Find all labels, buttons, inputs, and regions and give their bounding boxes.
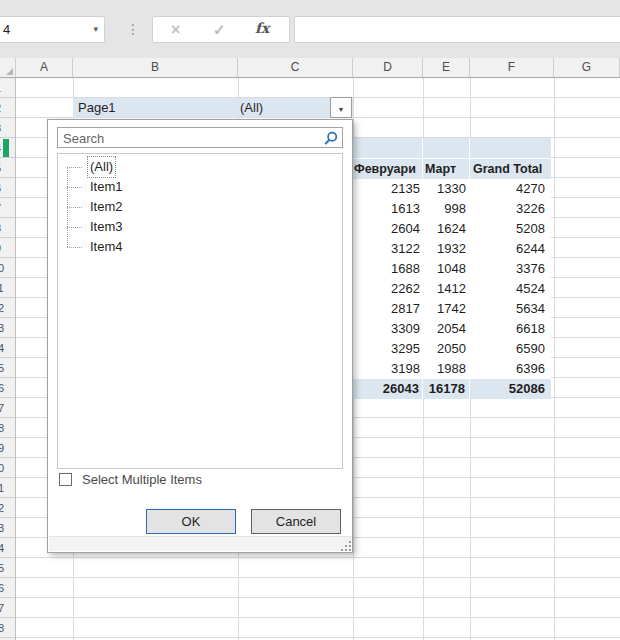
pivot-data-cell[interactable]: 1613 (352, 199, 423, 219)
pivot-header-cell[interactable]: Grand Total (470, 159, 551, 179)
pivot-data-cell[interactable]: 1412 (423, 279, 470, 299)
row-header-14[interactable]: 14 (0, 338, 13, 358)
column-header-A[interactable]: A (16, 58, 73, 77)
pivot-data-cell[interactable]: 2604 (352, 219, 423, 239)
column-header-G[interactable]: G (554, 58, 620, 77)
filter-item-label: Item2 (88, 197, 125, 217)
resize-grip-icon[interactable] (345, 545, 347, 547)
pivot-data-cell[interactable]: 4524 (470, 279, 551, 299)
pivot-total-cell[interactable]: 52086 (470, 379, 551, 399)
pivot-data-cell[interactable]: 2262 (352, 279, 423, 299)
pivot-data-cell[interactable]: 6396 (470, 359, 551, 379)
pivot-data-cell[interactable]: 3226 (470, 199, 551, 219)
pivot-data-cell[interactable]: 6618 (470, 319, 551, 339)
pivot-band-cell[interactable] (423, 138, 470, 158)
row-header-16[interactable]: 16 (0, 378, 13, 398)
pivot-data-cell[interactable]: 2050 (423, 339, 470, 359)
pivot-total-cell[interactable]: 16178 (423, 379, 470, 399)
pivot-data-cell[interactable]: 1742 (423, 299, 470, 319)
cancel-icon[interactable]: × (171, 21, 180, 39)
search-icon[interactable] (324, 131, 338, 145)
pivot-data-cell[interactable]: 1932 (423, 239, 470, 259)
pivot-table: ФевруариМартGrand Total21351330427016139… (352, 138, 551, 399)
row-header-8[interactable]: 8 (0, 218, 13, 238)
formula-bar[interactable] (294, 16, 620, 43)
insert-function-icon[interactable]: fx (255, 20, 269, 36)
pivot-header-cell[interactable]: Февруари (352, 159, 423, 179)
row-headers: 1234567891011121314151617181920212223242… (0, 78, 16, 640)
row-header-21[interactable]: 21 (0, 478, 13, 498)
row-header-19[interactable]: 19 (0, 438, 13, 458)
pivot-data-cell[interactable]: 1988 (423, 359, 470, 379)
row-header-11[interactable]: 11 (0, 278, 13, 298)
row-header-15[interactable]: 15 (0, 358, 13, 378)
row-header-3[interactable]: 3 (0, 118, 13, 138)
filter-item-Item4[interactable]: Item4 (58, 237, 342, 257)
row-header-12[interactable]: 12 (0, 298, 13, 318)
row-header-7[interactable]: 7 (0, 198, 13, 218)
pivot-data-cell[interactable]: 1330 (423, 179, 470, 199)
row-header-6[interactable]: 6 (0, 178, 13, 198)
page-filter-cells[interactable]: Page1 (All) (73, 98, 353, 118)
column-header-E[interactable]: E (423, 58, 470, 77)
column-header-F[interactable]: F (470, 58, 554, 77)
pivot-data-cell[interactable]: 3309 (352, 319, 423, 339)
pivot-data-cell[interactable]: 5634 (470, 299, 551, 319)
column-header-C[interactable]: C (238, 58, 353, 77)
row-header-9[interactable]: 9 (0, 238, 13, 258)
row-header-10[interactable]: 10 (0, 258, 13, 278)
search-input[interactable] (61, 129, 320, 148)
toolbar-drag-handle-icon[interactable]: ⋮ (126, 20, 140, 38)
pivot-data-cell[interactable]: 6244 (470, 239, 551, 259)
row-header-24[interactable]: 24 (0, 538, 13, 558)
filter-item-Item1[interactable]: Item1 (58, 177, 342, 197)
row-header-28[interactable]: 28 (0, 618, 13, 638)
column-header-D[interactable]: D (353, 58, 423, 77)
row-header-1[interactable]: 1 (0, 78, 13, 98)
name-box-dropdown-icon[interactable]: ▾ (93, 24, 98, 34)
filter-item-Item2[interactable]: Item2 (58, 197, 342, 217)
pivot-data-cell[interactable]: 3376 (470, 259, 551, 279)
ok-button[interactable]: OK (146, 509, 236, 534)
tree-stub-icon (67, 227, 82, 228)
page-filter-dropdown-button[interactable]: ▾ (330, 97, 352, 118)
pivot-data-cell[interactable]: 2817 (352, 299, 423, 319)
pivot-data-cell[interactable]: 1048 (423, 259, 470, 279)
pivot-header-cell[interactable]: Март (423, 159, 470, 179)
name-box[interactable]: 4 ▾ (0, 16, 105, 43)
filter-item-Item3[interactable]: Item3 (58, 217, 342, 237)
pivot-data-cell[interactable]: 1688 (352, 259, 423, 279)
select-all-corner[interactable] (0, 58, 16, 77)
pivot-data-cell[interactable]: 3198 (352, 359, 423, 379)
row-header-13[interactable]: 13 (0, 318, 13, 338)
pivot-band-cell[interactable] (352, 138, 423, 158)
row-header-27[interactable]: 27 (0, 598, 13, 618)
row-header-23[interactable]: 23 (0, 518, 13, 538)
column-header-B[interactable]: B (73, 58, 238, 77)
pivot-data-cell[interactable]: 998 (423, 199, 470, 219)
filter-item-All[interactable]: (All) (58, 157, 342, 177)
pivot-data-cell[interactable]: 3295 (352, 339, 423, 359)
pivot-total-cell[interactable]: 26043 (352, 379, 423, 399)
pivot-data-cell[interactable]: 2054 (423, 319, 470, 339)
row-header-26[interactable]: 26 (0, 578, 13, 598)
checkbox-icon[interactable] (59, 473, 72, 486)
pivot-data-cell[interactable]: 3122 (352, 239, 423, 259)
pivot-data-cell[interactable]: 5208 (470, 219, 551, 239)
pivot-data-cell[interactable]: 6590 (470, 339, 551, 359)
row-header-5[interactable]: 5 (0, 158, 13, 178)
row-header-2[interactable]: 2 (0, 98, 13, 118)
pivot-data-cell[interactable]: 4270 (470, 179, 551, 199)
row-header-25[interactable]: 25 (0, 558, 13, 578)
pivot-band-cell[interactable] (470, 138, 551, 158)
row-header-22[interactable]: 22 (0, 498, 13, 518)
pivot-data-cell[interactable]: 2135 (352, 179, 423, 199)
column-headers: ABCDEFG (0, 58, 620, 78)
pivot-data-cell[interactable]: 1624 (423, 219, 470, 239)
enter-icon[interactable]: ✓ (213, 21, 226, 39)
chevron-down-icon: ▾ (339, 105, 343, 114)
row-header-17[interactable]: 17 (0, 398, 13, 418)
row-header-18[interactable]: 18 (0, 418, 13, 438)
cancel-button[interactable]: Cancel (251, 509, 341, 534)
row-header-20[interactable]: 20 (0, 458, 13, 478)
